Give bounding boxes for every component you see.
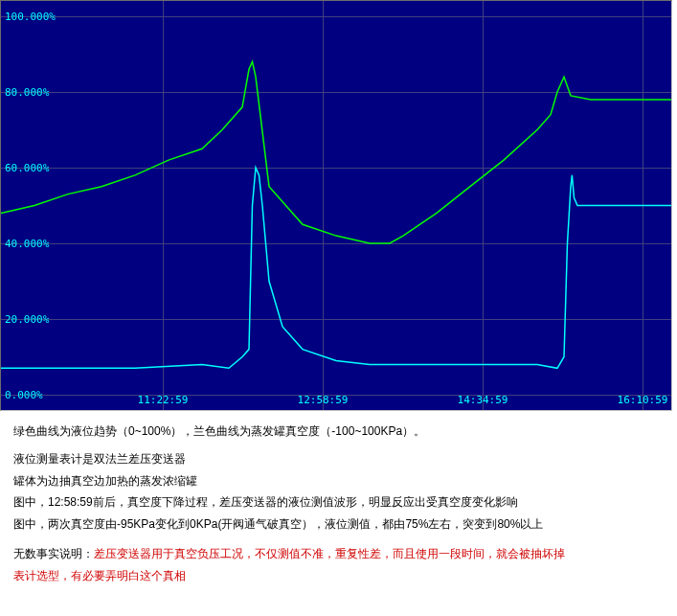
plot-svg (1, 1, 671, 410)
description-block: 绿色曲线为液位趋势（0~100%），兰色曲线为蒸发罐真空度（-100~100KP… (0, 411, 677, 587)
desc-line: 表计选型，有必要弄明白这个真相 (13, 565, 664, 587)
desc-line: 罐体为边抽真空边加热的蒸发浓缩罐 (13, 470, 664, 492)
series-level (1, 61, 671, 243)
trend-chart: 100.000% 80.000% 60.000% 40.000% 20.000%… (0, 0, 672, 411)
desc-line: 图中，两次真空度由-95KPa变化到0KPa(开阀通气破真空），液位测值，都由7… (13, 513, 664, 536)
desc-line: 绿色曲线为液位趋势（0~100%），兰色曲线为蒸发罐真空度（-100~100KP… (13, 421, 664, 443)
desc-highlight: 差压变送器用于真空负压工况，不仅测值不准，重复性差，而且使用一段时间，就会被抽坏… (94, 547, 565, 560)
series-vacuum (1, 168, 671, 368)
desc-line: 图中，12:58:59前后，真空度下降过程，差压变送器的液位测值波形，明显反应出… (13, 491, 664, 513)
desc-prefix: 无数事实说明： (13, 547, 94, 560)
desc-highlight: 表计选型，有必要弄明白这个真相 (13, 569, 186, 582)
desc-line: 液位测量表计是双法兰差压变送器 (13, 448, 664, 470)
desc-line: 无数事实说明：差压变送器用于真空负压工况，不仅测值不准，重复性差，而且使用一段时… (13, 543, 664, 565)
